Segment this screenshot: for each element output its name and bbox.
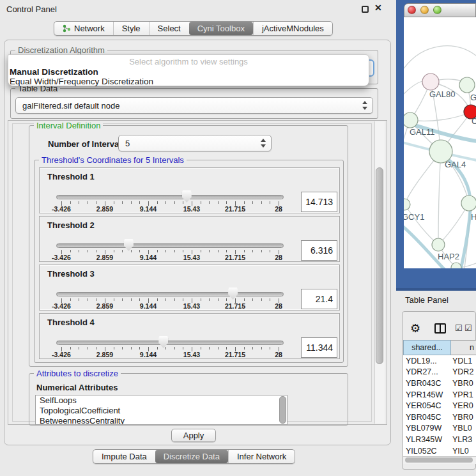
tab-discretize-data[interactable]: Discretize Data bbox=[155, 450, 228, 463]
tab-infer-network[interactable]: Infer Network bbox=[228, 450, 295, 463]
network-node[interactable] bbox=[404, 112, 418, 128]
attribute-item[interactable]: SelfLoops bbox=[36, 395, 287, 406]
table-row[interactable]: YBR045CYBR0 bbox=[403, 411, 476, 423]
cell-shared-name[interactable]: YDR27... bbox=[403, 367, 451, 376]
table-row[interactable]: YBL079WYBL0 bbox=[403, 423, 476, 434]
settings-gear-icon[interactable]: ⚙ bbox=[410, 321, 420, 335]
network-node[interactable] bbox=[459, 77, 475, 93]
slider-track[interactable] bbox=[56, 341, 284, 345]
cell-name[interactable]: YBR0 bbox=[451, 379, 476, 388]
cell-shared-name[interactable]: YLR345W bbox=[403, 435, 451, 444]
apply-button[interactable]: Apply bbox=[171, 429, 216, 442]
close-icon[interactable]: ✕ bbox=[374, 3, 382, 13]
interval-definition-title: Interval Definition bbox=[34, 121, 103, 130]
slider-track[interactable] bbox=[56, 292, 284, 296]
vertical-scrollbar-thumb[interactable] bbox=[376, 167, 383, 364]
network-node[interactable] bbox=[404, 199, 410, 210]
network-node[interactable] bbox=[422, 73, 439, 90]
combo-arrows-icon bbox=[362, 101, 367, 110]
cell-shared-name[interactable]: YBR045C bbox=[403, 413, 451, 422]
cell-shared-name[interactable]: YBR043C bbox=[403, 379, 451, 388]
slider-tick-label: 21.715 bbox=[220, 254, 250, 261]
cell-name[interactable]: YER0 bbox=[451, 401, 476, 410]
slider-thumb[interactable] bbox=[124, 239, 134, 251]
dropdown-item-manual-discretization[interactable]: Manual Discretization bbox=[10, 67, 98, 77]
cell-shared-name[interactable]: YBL079W bbox=[403, 424, 451, 433]
tab-label: Discretize Data bbox=[164, 452, 220, 461]
slider-tick-label: -3.426 bbox=[46, 302, 77, 310]
number-of-intervals-combobox[interactable]: 5 bbox=[118, 135, 272, 151]
window-title: Control Panel bbox=[6, 4, 57, 14]
table-row[interactable]: YER054CYER0 bbox=[403, 400, 476, 411]
slider-tick bbox=[218, 250, 219, 252]
algorithm-group-title: Discretization Algorithm bbox=[15, 45, 107, 55]
tab-style[interactable]: Style bbox=[113, 22, 149, 35]
minimize-traffic-light-icon[interactable] bbox=[420, 6, 429, 14]
checkbox-icon[interactable]: ☑ bbox=[455, 323, 463, 333]
threshold-panel: Threshold 4 11.344 -3.4262.8599.14415.43… bbox=[39, 313, 340, 359]
tab-label: Select bbox=[158, 24, 181, 33]
slider-tick bbox=[122, 250, 123, 252]
attributes-scrollbar-thumb[interactable] bbox=[279, 396, 286, 424]
cell-shared-name[interactable]: YPR145W bbox=[403, 390, 451, 399]
table-row[interactable]: YBR043CYBR0 bbox=[403, 378, 476, 389]
cell-name[interactable]: YBL0 bbox=[451, 424, 476, 433]
cell-shared-name[interactable]: YIL052C bbox=[403, 447, 451, 456]
cell-name[interactable]: YDL1 bbox=[451, 357, 476, 365]
tab-select[interactable]: Select bbox=[149, 22, 189, 35]
threshold-value-field[interactable]: 21.4 bbox=[301, 289, 337, 309]
slider-track[interactable] bbox=[56, 195, 284, 199]
slider-thumb[interactable] bbox=[158, 336, 168, 348]
tab-network[interactable]: Network bbox=[54, 22, 113, 35]
table-data-combobox[interactable]: galFiltered.sif default node bbox=[15, 97, 373, 114]
tab-cyni-toolbox[interactable]: Cyni Toolbox bbox=[189, 22, 253, 35]
cell-name[interactable]: YIL0 bbox=[451, 447, 476, 456]
cell-name[interactable]: YLR3 bbox=[451, 435, 476, 444]
table-row[interactable]: YDR27...YDR2 bbox=[403, 367, 476, 378]
network-canvas[interactable]: GAL80GACGAL11GAL4GCY1HHAP2 bbox=[404, 17, 476, 268]
cell-shared-name[interactable]: YER054C bbox=[403, 401, 451, 410]
horizontal-scrollbar-thumb[interactable] bbox=[405, 457, 473, 463]
table-row[interactable]: YDL19...YDL1 bbox=[403, 355, 476, 367]
network-node[interactable] bbox=[461, 196, 476, 211]
tab-jactivemnodules[interactable]: jActiveMNodules bbox=[253, 22, 332, 35]
table-row[interactable]: YPR145WYPR1 bbox=[403, 389, 476, 401]
tab-label: jActiveMNodules bbox=[262, 24, 324, 33]
dropdown-item-equal-width-frequency[interactable]: Equal Width/Frequency Discretization bbox=[10, 77, 153, 86]
table-row[interactable]: YIL052CYIL0 bbox=[403, 445, 476, 456]
threshold-value-field[interactable]: 14.713 bbox=[301, 192, 337, 212]
node-label: HAP2 bbox=[438, 252, 459, 261]
tab-label: Impute Data bbox=[102, 452, 147, 461]
tab-impute-data[interactable]: Impute Data bbox=[93, 450, 155, 463]
combo-arrows-icon bbox=[260, 139, 266, 148]
close-traffic-light-icon[interactable] bbox=[408, 6, 416, 14]
attributes-group-title: Attributes to discretize bbox=[34, 369, 121, 378]
tab-label: Style bbox=[122, 24, 141, 33]
float-window-icon[interactable] bbox=[362, 6, 369, 13]
slider-tick bbox=[244, 298, 245, 301]
cell-shared-name[interactable]: YDL19... bbox=[403, 357, 451, 365]
slider-track[interactable] bbox=[56, 243, 284, 248]
slider-tick bbox=[114, 298, 114, 301]
slider-tick bbox=[244, 347, 245, 349]
tab-label: Infer Network bbox=[237, 452, 286, 461]
column-header-shared-name[interactable]: shared... bbox=[403, 340, 451, 355]
cell-name[interactable]: YBR0 bbox=[451, 413, 476, 422]
slider-tick bbox=[244, 201, 245, 204]
threshold-panel: Threshold 3 21.4 -3.4262.8599.14415.4321… bbox=[39, 265, 340, 311]
network-node[interactable] bbox=[432, 238, 445, 251]
table-row[interactable]: YLR345WYLR3 bbox=[403, 434, 476, 445]
slider-tick bbox=[201, 250, 201, 252]
split-columns-icon[interactable] bbox=[434, 323, 446, 334]
slider-tick bbox=[114, 347, 114, 349]
checkbox-icon[interactable]: ☑ bbox=[464, 323, 472, 333]
cell-name[interactable]: YPR1 bbox=[451, 390, 476, 399]
slider-thumb[interactable] bbox=[228, 288, 238, 300]
attribute-item[interactable]: BetweennessCentrality bbox=[36, 416, 287, 425]
cell-name[interactable]: YDR2 bbox=[451, 367, 476, 376]
zoom-traffic-light-icon[interactable] bbox=[433, 6, 441, 14]
attribute-item[interactable]: TopologicalCoefficient bbox=[36, 406, 287, 416]
threshold-value-field[interactable]: 6.316 bbox=[301, 240, 337, 261]
column-header-name[interactable]: n bbox=[451, 340, 476, 355]
threshold-value-field[interactable]: 11.344 bbox=[301, 337, 337, 358]
